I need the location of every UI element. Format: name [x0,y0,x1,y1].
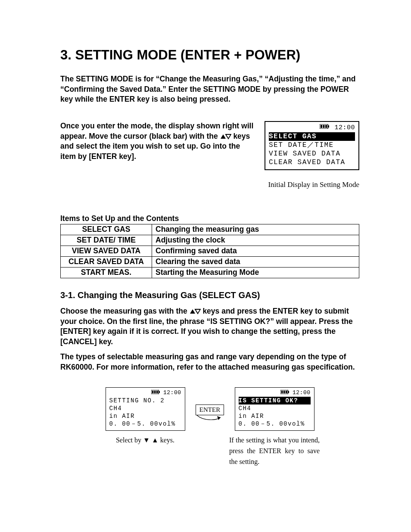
enter-arrow: ENTER [195,404,225,423]
table-cell-desc: Starting the Measuring Mode [152,267,359,278]
battery-icon [320,124,329,132]
svg-rect-3 [328,125,329,128]
lcd-line: 0. 00－5. 00vol% [239,420,311,428]
lcd-line: in AIR [239,412,311,420]
svg-rect-19 [285,391,287,393]
page-title: 3. SETTING MODE (ENTER + POWER) [60,47,359,63]
lcd-confirm: 12:00 IS SETTING OK? CH4 in AIR 0. 00－5.… [235,387,314,431]
lcd-time: 12:00 [334,124,355,131]
lcd-line: VIEW SAVED DATA [269,149,355,158]
svg-rect-5 [323,125,324,128]
table-row: START MEAS. Starting the Measuring Mode [61,267,359,278]
subsection-paragraph-2: The types of selectable measuring gas an… [60,352,359,372]
lcd-line: CH4 [239,404,311,412]
svg-rect-13 [156,391,158,393]
lcd-select: 12:00 SETTING NO. 2 CH4 in AIR 0. 00－5. … [106,387,185,431]
svg-rect-6 [325,125,327,128]
table-row: SELECT GAS Changing the measuring gas [61,224,359,235]
lcd-line: in AIR [109,412,181,420]
svg-rect-18 [283,391,285,393]
battery-icon [151,389,163,396]
table-cell-desc: Clearing the saved data [152,256,359,267]
table-cell-item: CLEAR SAVED DATA [61,256,152,267]
subsection-title: 3-1. Changing the Measuring Gas (SELECT … [60,290,359,300]
up-down-icon [220,134,231,140]
intro-paragraph-1: The SETTING MODE is for “Change the Meas… [60,74,359,105]
table-cell-desc: Adjusting the clock [152,235,359,246]
table-cell-desc: Confirming saved data [152,246,359,256]
table-cell-item: VIEW SAVED DATA [61,246,152,256]
table-cell-item: SET DATE/ TIME [61,235,152,246]
up-down-icon [190,308,201,314]
intro-paragraph-2: Once you enter the mode, the display sho… [60,121,255,162]
lcd-line: IS SETTING OK? [239,397,311,404]
table-row: CLEAR SAVED DATA Clearing the saved data [61,256,359,267]
table-row: VIEW SAVED DATA Confirming saved data [61,246,359,256]
enter-label: ENTER [196,404,224,415]
table-cell-desc: Changing the measuring gas [152,224,359,235]
svg-marker-14 [217,416,221,420]
svg-marker-0 [221,134,226,139]
table-cell-item: START MEAS. [61,267,152,278]
arrow-right-icon [195,415,225,423]
lcd-line: SELECT GAS [269,132,355,141]
lcd-line: 0. 00－5. 00vol% [109,420,181,428]
lcd-caption: Initial Display in Setting Mode [265,180,359,189]
table-cell-item: SELECT GAS [61,224,152,235]
lcd-time: 12:00 [293,389,311,396]
diagram-caption-left: Select by ▼ ▲ keys. [100,435,190,446]
lcd-time: 12:00 [163,389,181,396]
svg-marker-7 [190,309,195,314]
subsection-paragraph-1: Choose the measuring gas with the keys a… [60,306,359,347]
svg-rect-12 [154,391,156,393]
lcd-line: CH4 [109,404,181,412]
svg-rect-11 [152,391,153,393]
svg-rect-10 [159,391,160,393]
lcd-initial: 12:00 SELECT GAS SET DATE／TIME VIEW SAVE… [265,121,359,170]
diagram-caption-right: If the setting is what you intend, press… [229,435,320,467]
p3a: Choose the measuring gas with the [60,307,190,315]
diagram-row: 12:00 SETTING NO. 2 CH4 in AIR 0. 00－5. … [60,387,359,467]
battery-icon [280,389,293,396]
lcd-line: CLEAR SAVED DATA [269,158,355,167]
svg-marker-8 [195,309,200,314]
setup-table: SELECT GAS Changing the measuring gas SE… [60,224,359,278]
svg-marker-1 [226,134,231,139]
svg-rect-4 [321,125,322,128]
table-row: SET DATE/ TIME Adjusting the clock [61,235,359,246]
lcd-line: SET DATE／TIME [269,141,355,149]
table-heading: Items to Set Up and the Contents [60,214,359,223]
svg-rect-16 [288,391,289,393]
svg-rect-17 [281,391,283,393]
lcd-line: SETTING NO. 2 [109,397,181,404]
